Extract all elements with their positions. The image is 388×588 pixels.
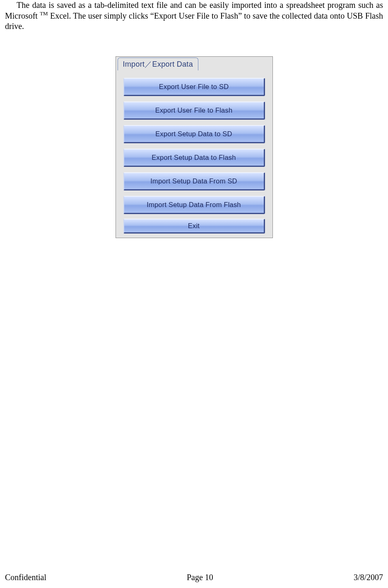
import-export-panel: Import／Export Data Export User File to S… [116, 56, 273, 238]
import-setup-data-flash-button[interactable]: Import Setup Data From Flash [123, 196, 265, 214]
paragraph-post: Excel. The user simply clicks “Export Us… [5, 11, 383, 31]
footer-center: Page 10 [187, 573, 213, 582]
tab-row: Import／Export Data [116, 57, 272, 70]
button-list: Export User File to SD Export User File … [116, 70, 272, 235]
figure-container: Import／Export Data Export User File to S… [4, 56, 384, 238]
export-user-file-sd-button[interactable]: Export User File to SD [123, 78, 265, 96]
import-setup-data-sd-button[interactable]: Import Setup Data From SD [123, 172, 265, 190]
tab-import-export[interactable]: Import／Export Data [118, 58, 198, 70]
export-user-file-flash-button[interactable]: Export User File to Flash [123, 101, 265, 120]
trademark-superscript: TM [40, 10, 48, 17]
body-paragraph: The data is saved as a tab-delimited tex… [4, 0, 384, 31]
footer-right: 3/8/2007 [354, 573, 383, 582]
exit-button[interactable]: Exit [123, 219, 265, 234]
page-footer: Confidential Page 10 3/8/2007 [4, 573, 384, 582]
export-setup-data-sd-button[interactable]: Export Setup Data to SD [123, 125, 265, 143]
footer-left: Confidential [5, 573, 46, 582]
export-setup-data-flash-button[interactable]: Export Setup Data to Flash [123, 149, 265, 167]
